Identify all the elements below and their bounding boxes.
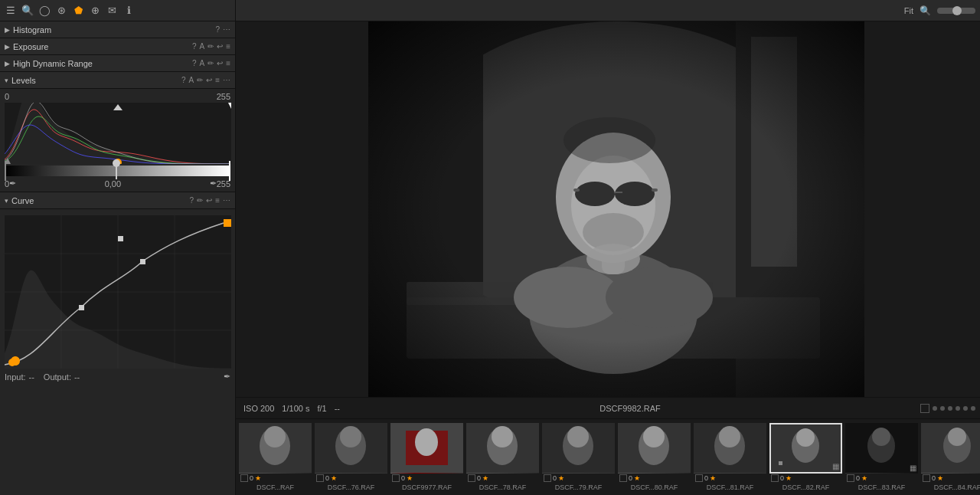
film-item-1[interactable]: 0 ★ DSCF...76.RAF [315, 423, 387, 492]
film-checkbox-2[interactable] [392, 474, 400, 482]
film-thumb-8[interactable]: ▦ [845, 423, 918, 474]
film-star-0[interactable]: ★ [255, 474, 261, 482]
exposure-auto[interactable]: A [199, 42, 204, 51]
rating-checkbox[interactable] [920, 404, 929, 413]
curve-edit[interactable]: ✏ [197, 196, 203, 205]
film-checkbox-3[interactable] [468, 474, 475, 482]
photo-background [368, 21, 864, 397]
film-thumb-1[interactable] [315, 423, 387, 474]
film-item-5[interactable]: 0 ★ DSCF...80.RAF [618, 423, 691, 492]
curve-picker-icon[interactable]: ✒ [224, 372, 230, 382]
film-info-3: 0 ★ [466, 474, 539, 483]
film-thumb-0[interactable] [239, 423, 312, 474]
film-checkbox-6[interactable] [695, 474, 703, 482]
exposure-chevron: ▶ [5, 43, 10, 51]
film-checkbox-8[interactable] [847, 474, 854, 482]
film-checkbox-5[interactable] [619, 474, 627, 482]
film-star-1[interactable]: ★ [331, 474, 337, 482]
film-star-8[interactable]: ★ [861, 474, 867, 482]
film-checkbox-4[interactable] [544, 474, 551, 482]
film-thumb-7[interactable]: ▦ [769, 423, 842, 474]
levels-edit[interactable]: ✏ [197, 76, 203, 84]
histogram-actions: ? ⋯ [215, 25, 230, 34]
menu-icon[interactable]: ☰ [5, 5, 17, 17]
dot1 [933, 406, 937, 411]
hdr-auto[interactable]: A [199, 59, 204, 67]
film-item-0[interactable]: 0 ★ DSCF...RAF [239, 423, 312, 492]
histogram-section-header[interactable]: ▶ Histogram ? ⋯ [0, 21, 235, 38]
film-star-3[interactable]: ★ [482, 474, 488, 482]
film-star-9[interactable]: ★ [937, 474, 943, 482]
film-item-7[interactable]: ▦ 0 ★ DSCF...82.RAF [769, 423, 842, 492]
hdr-help[interactable]: ? [192, 59, 197, 67]
film-rating-3: 0 [477, 474, 481, 482]
levels-left-handle[interactable] [5, 161, 6, 181]
levels-auto[interactable]: A [188, 76, 194, 84]
film-item-4[interactable]: 0 ★ DSCF...79.RAF [542, 423, 615, 492]
curve-more[interactable]: ⋯ [223, 196, 230, 205]
film-item-2[interactable]: 0 ★ DSCF9977.RAF [390, 423, 463, 492]
film-star-2[interactable]: ★ [407, 474, 413, 482]
image-viewer[interactable] [236, 21, 980, 397]
exposure-edit[interactable]: ✏ [207, 42, 214, 51]
film-thumb-9[interactable] [921, 423, 980, 474]
levels-section-header[interactable]: ▾ Levels ? A ✏ ↩ ≡ ⋯ [0, 72, 235, 89]
levels-help[interactable]: ? [181, 76, 186, 84]
film-item-3[interactable]: 0 ★ DSCF...78.RAF [466, 423, 539, 492]
film-thumb-3[interactable] [466, 423, 539, 474]
film-name-7: DSCF...82.RAF [769, 483, 842, 492]
curve-menu[interactable]: ≡ [215, 196, 220, 205]
histogram-help-icon[interactable]: ? [215, 25, 220, 34]
film-thumb-5[interactable] [618, 423, 691, 474]
exposure-help[interactable]: ? [192, 42, 197, 51]
levels-menu[interactable]: ≡ [215, 76, 220, 84]
levels-mid-handle[interactable] [116, 159, 117, 179]
film-star-7[interactable]: ★ [786, 474, 792, 482]
film-thumb-4[interactable] [542, 423, 615, 474]
film-item-6[interactable]: 0 ★ DSCF...81.RAF [694, 423, 766, 492]
lock-icon[interactable]: ⊛ [55, 5, 67, 17]
film-star-6[interactable]: ★ [710, 474, 716, 482]
levels-black-picker-icon[interactable]: ✒ [9, 179, 16, 188]
film-checkbox-0[interactable] [240, 474, 248, 482]
film-checkbox-1[interactable] [316, 474, 324, 482]
film-checkbox-9[interactable] [923, 474, 930, 482]
top-toolbar: ☰ 🔍 ◯ ⊛ ⬟ ⊕ ✉ ℹ [0, 0, 235, 21]
film-thumb-2[interactable] [390, 423, 463, 474]
magnify-icon[interactable]: ⊕ [89, 5, 101, 17]
levels-histogram[interactable] [5, 103, 231, 164]
exposure-reset[interactable]: ↩ [217, 42, 223, 51]
hdr-menu[interactable]: ≡ [226, 59, 230, 67]
zoom-slider[interactable] [937, 8, 975, 14]
levels-reset[interactable]: ↩ [206, 76, 212, 84]
levels-right-handle[interactable] [229, 161, 230, 181]
mail-icon[interactable]: ✉ [106, 5, 118, 17]
tone-icon[interactable]: ⬟ [72, 5, 84, 17]
film-item-8[interactable]: ▦ 0 ★ DSCF...83.RAF [845, 423, 918, 492]
search-icon[interactable]: 🔍 [21, 5, 34, 17]
hdr-edit[interactable]: ✏ [207, 59, 214, 67]
levels-white-picker-icon[interactable]: ✒ [210, 179, 217, 188]
film-checkbox-7[interactable] [771, 474, 779, 482]
film-info-5: 0 ★ [618, 474, 691, 483]
zoom-search-icon[interactable]: 🔍 [920, 5, 931, 16]
histogram-menu-icon[interactable]: ⋯ [223, 25, 230, 34]
curve-section-header[interactable]: ▾ Curve ? ✏ ↩ ≡ ⋯ [0, 192, 235, 209]
curve-reset[interactable]: ↩ [206, 196, 212, 205]
curve-content: Input: -- Output: -- ✒ [0, 209, 235, 495]
exposure-menu[interactable]: ≡ [226, 42, 230, 51]
circle-icon[interactable]: ◯ [38, 5, 51, 17]
film-star-4[interactable]: ★ [558, 474, 564, 482]
levels-more[interactable]: ⋯ [223, 76, 230, 84]
exposure-section-header[interactable]: ▶ Exposure ? A ✏ ↩ ≡ [0, 38, 235, 55]
film-item-9[interactable]: 0 ★ DSCF...84.RAF [921, 423, 980, 492]
curve-help[interactable]: ? [190, 196, 194, 205]
hdr-reset[interactable]: ↩ [217, 59, 223, 67]
info-icon[interactable]: ℹ [122, 5, 135, 17]
film-thumb-6[interactable] [694, 423, 766, 474]
film-star-5[interactable]: ★ [634, 474, 640, 482]
svg-rect-22 [368, 21, 864, 397]
fit-label[interactable]: Fit [904, 6, 913, 15]
curve-canvas[interactable] [5, 215, 231, 369]
hdr-section-header[interactable]: ▶ High Dynamic Range ? A ✏ ↩ ≡ [0, 55, 235, 72]
